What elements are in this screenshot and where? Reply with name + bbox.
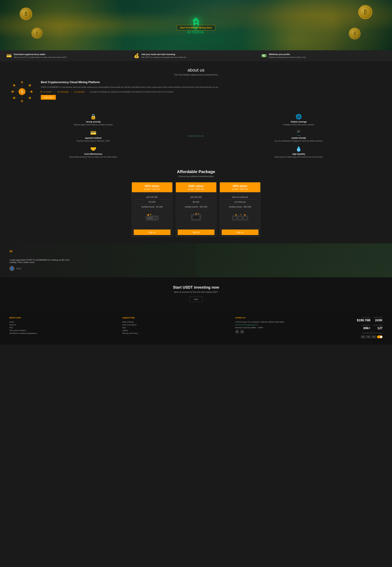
about-subtitle: The most flexible cryptocurrency investm…	[9, 73, 383, 76]
about-content: ₿	[9, 81, 383, 103]
footer-quick-links: Quick Links Home about us FAQ Terms and …	[9, 316, 116, 338]
stat-market-value-2-value: 69k+	[361, 326, 370, 330]
step-item-2: 💵 Withdraw your profits Request a withdr…	[261, 53, 386, 58]
package-image-0	[134, 211, 170, 224]
package-row-2-0: price not online yet	[222, 195, 258, 200]
footer-link-bitcoin[interactable]: What is Bitcoin	[122, 321, 229, 323]
feature-cost: 🤝 Cost-effectiveness Reasonable transact…	[13, 146, 174, 158]
cta-section: Start USDT investing now Open an account…	[0, 277, 392, 310]
payment-icon-usdt: ₮	[372, 335, 376, 338]
tab-our-advantage[interactable]: Our advantage	[57, 91, 69, 93]
feature-liquidity: 💧 high liquidity Quick access to highly …	[218, 146, 379, 158]
footer-link-security[interactable]: Security and Privacy	[122, 332, 229, 334]
step-desc-0: Get it on your PC or mobile device to cr…	[14, 56, 67, 58]
read-more-button[interactable]: read more	[41, 95, 56, 100]
step-content-0: Download cryptocurrency wallet Get it on…	[14, 53, 67, 58]
tab-our-mission[interactable]: our mission	[43, 91, 52, 93]
testimonial-section: “ I really appreciate START CLOUDMINING …	[0, 243, 392, 277]
footer-link-register[interactable]: register	[122, 329, 229, 331]
cta-button[interactable]: start	[189, 296, 203, 302]
package-name-1: ASIC miner	[178, 184, 214, 188]
package-strength-0: strength : 5 000 GH/s	[134, 188, 170, 190]
feature-security-desc: Defense against DDoS attacks, full data …	[13, 124, 174, 126]
tab-our-guarantee[interactable]: our guarantee	[74, 91, 85, 93]
feature-payment-title: payment method	[13, 137, 174, 139]
svg-rect-22	[147, 216, 153, 220]
about-heading: Best Cryptocurrency Cloud Mining Platfor…	[41, 81, 383, 84]
twitter-icon[interactable]: t	[240, 330, 244, 334]
steps-bar: 💳 Download cryptocurrency wallet Get it …	[0, 50, 392, 61]
author-name: 11111	[16, 267, 21, 269]
svg-point-40	[239, 217, 241, 219]
package-row-2-1: not online yet	[222, 200, 258, 204]
svg-point-42	[245, 217, 247, 219]
footer-link-buy-bitcoin[interactable]: How to buy Bitcoin	[122, 324, 229, 326]
feature-cost-title: Cost-effectiveness	[13, 153, 174, 155]
footer-contact-heading: contact us	[235, 316, 342, 319]
package-name-0: GPU miner	[134, 184, 170, 188]
package-image-1	[178, 211, 214, 224]
feature-security: 🔒 strong security Defense against DDoS a…	[13, 114, 174, 126]
packages-subtitle: Choose your preferred investment plan	[9, 175, 383, 177]
tab-desc: Our goal is to leverage our expertise an…	[90, 91, 174, 93]
package-footer-1: Sign up	[176, 228, 216, 237]
stat-market-value-value: $198.76B	[357, 318, 370, 322]
hero-section: ₿ ₿ ₿ ₿ ₿ BITCOIN Start Free Bitcoin Min…	[0, 0, 392, 50]
step-title-1: Add your funds and start investing	[141, 53, 186, 56]
facebook-icon[interactable]: f	[235, 330, 239, 334]
feature-cost-desc: Reasonable transaction fees for traders …	[13, 156, 174, 158]
svg-point-26	[156, 217, 158, 219]
about-graphic: ₿	[9, 81, 35, 103]
features-left-col: 🔒 strong security Defense against DDoS a…	[13, 114, 174, 158]
step-desc-1: Add USDT you created or exchanged with y…	[141, 56, 186, 58]
step-title-2: Withdraw your profits	[269, 53, 306, 56]
svg-point-24	[153, 217, 155, 219]
footer-email[interactable]: StartCloudmining@gmail.com	[235, 324, 342, 326]
feature-security-title: strong security	[13, 121, 174, 123]
packages-section: Affordable Package Choose your preferred…	[0, 163, 392, 243]
about-tabs: our mission | Our advantage | our guaran…	[41, 91, 383, 93]
stat-row-bottom: market value 69k+ market value 127	[348, 324, 383, 330]
footer-link-home[interactable]: Home	[9, 321, 116, 323]
package-name-2: GPU miner	[222, 184, 258, 188]
signup-button-2[interactable]: Sign up	[222, 229, 258, 235]
footer-link-faq[interactable]: FAQ	[9, 327, 116, 328]
package-row-0-1: 30 USD	[134, 200, 170, 204]
social-icons: f t	[235, 330, 342, 334]
feature-mobile-desc: Our user dashboard is designed to match …	[218, 140, 379, 142]
about-body: START CLOUDMINING is a fast growing onli…	[41, 86, 383, 89]
package-card-1: ASIC miner strength : 15000 GH/s price 8…	[176, 182, 216, 237]
signup-button-0[interactable]: Sign up	[134, 229, 170, 235]
footer-link-about[interactable]: about us	[9, 324, 116, 326]
payment-toggle[interactable]	[377, 335, 383, 338]
feature-liquidity-title: high liquidity	[218, 153, 379, 155]
footer-link-terms[interactable]: Terms and Conditions	[9, 329, 116, 331]
package-row-0-2: monthly income : 40 USD	[134, 204, 170, 209]
quote-mark: “	[9, 250, 383, 257]
package-card-2: GPU miner strength : 5000 GH/s price not…	[220, 182, 261, 237]
hero-cta-button[interactable]: Start Free Bitcoin Mining Now!	[177, 25, 215, 30]
package-header-2: GPU miner strength : 5000 GH/s	[220, 182, 260, 192]
package-strength-1: strength : 15000 GH/s	[178, 188, 214, 190]
step-icon-0: 💳	[6, 53, 12, 58]
stat-market-value-3-label: market value	[374, 324, 383, 326]
feature-global-title: Global coverage	[218, 121, 379, 123]
step-icon-2: 💵	[261, 53, 267, 58]
footer-link-login[interactable]: login	[122, 327, 229, 328]
package-row-1-0: price 80 USD	[178, 195, 214, 200]
payment-icon-eth: Ξ	[366, 335, 371, 338]
stat-row-top: market value $198.76B weekly deals 243K	[348, 316, 383, 322]
network-svg: ₿	[11, 81, 33, 103]
feature-mobile: 📱 mobile friendly Our user dashboard is …	[218, 130, 379, 142]
about-text: Best Cryptocurrency Cloud Mining Platfor…	[41, 81, 383, 100]
footer-link-aml[interactable]: Anti-Money Laundering Regulations	[9, 332, 116, 334]
packages-grid: GPU miner strength : 5 000 GH/s price 30…	[9, 182, 383, 237]
signup-button-1[interactable]: Sign up	[178, 229, 214, 235]
about-title: about us	[9, 68, 383, 73]
stat-weekly-deals-value: 243K	[374, 318, 383, 322]
footer-hours: Monday to Saturday 08AM — 05PM	[235, 327, 342, 328]
liquidity-icon: 💧	[218, 146, 379, 152]
footer: Quick Links Home about us FAQ Terms and …	[0, 310, 392, 345]
package-body-2: price not online yet not online yet mont…	[220, 192, 260, 228]
svg-rect-31	[193, 216, 199, 218]
